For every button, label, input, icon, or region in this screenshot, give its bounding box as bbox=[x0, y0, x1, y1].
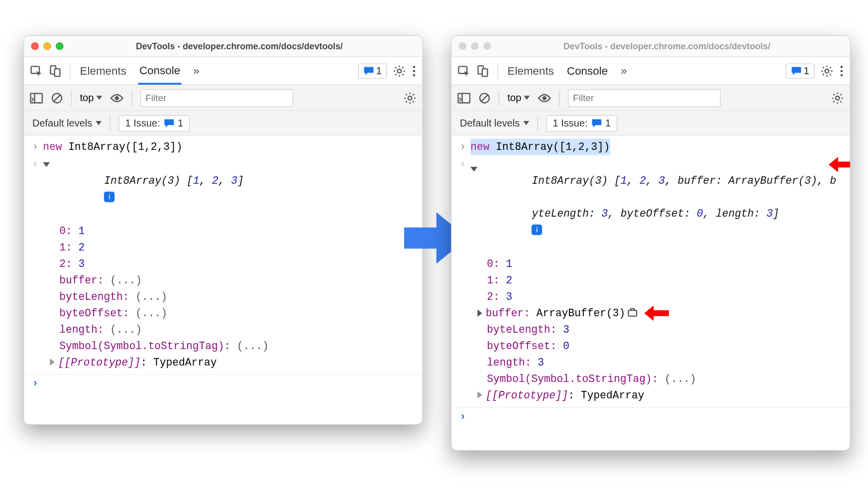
messages-badge[interactable]: 1 bbox=[785, 63, 814, 79]
tab-more[interactable]: » bbox=[620, 58, 628, 84]
property-row[interactable]: length: (...) bbox=[48, 321, 423, 338]
property-row[interactable]: Symbol(Symbol.toStringTag): (...) bbox=[48, 338, 423, 355]
property-row[interactable]: byteOffset: 0 bbox=[475, 338, 850, 355]
issues-button[interactable]: 1 Issue: 1 bbox=[118, 115, 190, 131]
property-row[interactable]: [[Prototype]]: TypedArray bbox=[48, 355, 423, 371]
svg-line-54 bbox=[833, 94, 834, 95]
console-prompt-row[interactable]: › bbox=[451, 407, 850, 426]
svg-line-38 bbox=[830, 74, 831, 75]
titlebar: DevTools - developer.chrome.com/docs/dev… bbox=[24, 36, 422, 57]
console-prompt-row[interactable]: › bbox=[24, 374, 422, 393]
live-expression-icon[interactable] bbox=[538, 93, 550, 103]
issues-button[interactable]: 1 Issue: 1 bbox=[546, 115, 617, 131]
property-row[interactable]: Symbol(Symbol.toStringTag): (...) bbox=[475, 371, 850, 387]
chevron-down-icon bbox=[523, 121, 529, 125]
svg-point-48 bbox=[542, 96, 546, 100]
tab-console[interactable]: Console bbox=[566, 58, 609, 84]
tab-elements[interactable]: Elements bbox=[506, 58, 555, 84]
property-row[interactable]: [[Prototype]]: TypedArray bbox=[475, 387, 850, 404]
memory-inspector-icon[interactable] bbox=[628, 310, 637, 317]
devtools-window-right: DevTools - developer.chrome.com/docs/dev… bbox=[451, 35, 850, 451]
console-result-row[interactable]: ‹ Int8Array(3) [1, 2, 3, buffer: ArrayBu… bbox=[451, 156, 850, 256]
svg-line-26 bbox=[413, 101, 414, 102]
svg-line-9 bbox=[402, 74, 403, 75]
svg-line-28 bbox=[413, 94, 414, 95]
console-input-row[interactable]: › new Int8Array([1,2,3]) bbox=[451, 138, 850, 155]
property-row[interactable]: byteLength: (...) bbox=[48, 288, 423, 305]
kebab-icon[interactable] bbox=[839, 64, 844, 77]
console-output: › new Int8Array([1,2,3]) ‹ Int8Array(3) … bbox=[451, 136, 850, 450]
svg-line-8 bbox=[395, 67, 396, 68]
info-icon[interactable]: i bbox=[104, 192, 114, 202]
main-toolbar: Elements Console » 1 bbox=[451, 57, 850, 85]
device-icon[interactable] bbox=[49, 64, 62, 77]
filter-input[interactable] bbox=[568, 89, 721, 107]
svg-line-40 bbox=[830, 67, 831, 68]
property-row[interactable]: 2: 3 bbox=[475, 288, 850, 305]
tab-console[interactable]: Console bbox=[138, 57, 182, 84]
clear-icon[interactable] bbox=[479, 92, 491, 104]
property-row[interactable]: 1: 2 bbox=[475, 272, 850, 288]
window-title: DevTools - developer.chrome.com/docs/dev… bbox=[491, 41, 843, 51]
messages-badge[interactable]: 1 bbox=[358, 63, 387, 79]
expand-toggle-icon[interactable] bbox=[43, 162, 50, 167]
levels-selector[interactable]: Default levels bbox=[32, 117, 102, 129]
svg-point-42 bbox=[841, 70, 843, 72]
chevron-left-icon: ‹ bbox=[27, 156, 43, 173]
svg-point-14 bbox=[413, 74, 416, 76]
svg-point-19 bbox=[114, 96, 118, 100]
property-row[interactable]: 1: 2 bbox=[48, 239, 423, 255]
property-row[interactable]: 2: 3 bbox=[48, 255, 423, 272]
traffic-lights[interactable] bbox=[459, 42, 491, 50]
console-output: › new Int8Array([1,2,3]) ‹ Int8Array(3) … bbox=[24, 136, 422, 424]
property-row[interactable]: 0: 1 bbox=[48, 223, 423, 239]
property-row[interactable]: buffer: (...) bbox=[48, 272, 423, 288]
devtools-window-left: DevTools - developer.chrome.com/docs/dev… bbox=[23, 35, 423, 425]
live-expression-icon[interactable] bbox=[110, 93, 123, 103]
context-selector[interactable]: top bbox=[80, 92, 102, 104]
console-settings-icon[interactable] bbox=[831, 91, 844, 104]
context-selector[interactable]: top bbox=[508, 92, 530, 104]
console-toolbar: top bbox=[24, 85, 422, 111]
svg-point-3 bbox=[398, 69, 402, 73]
titlebar: DevTools - developer.chrome.com/docs/dev… bbox=[451, 36, 850, 57]
svg-rect-2 bbox=[55, 68, 60, 76]
chevron-down-icon bbox=[96, 121, 102, 125]
gear-icon[interactable] bbox=[393, 64, 406, 77]
svg-line-25 bbox=[406, 94, 407, 95]
console-settings-icon[interactable] bbox=[404, 91, 417, 104]
console-filter-bar: Default levels 1 Issue: 1 bbox=[451, 111, 850, 136]
tab-more[interactable]: » bbox=[192, 58, 201, 84]
inspect-icon[interactable] bbox=[30, 64, 43, 77]
expand-icon[interactable] bbox=[50, 359, 54, 366]
filter-input[interactable] bbox=[140, 89, 293, 107]
svg-line-27 bbox=[406, 101, 407, 102]
property-row[interactable]: byteLength: 3 bbox=[475, 321, 850, 338]
svg-point-49 bbox=[836, 96, 840, 100]
property-row[interactable]: buffer: ArrayBuffer(3) bbox=[475, 305, 850, 321]
property-row[interactable]: byteOffset: (...) bbox=[48, 305, 423, 321]
console-sidebar-icon[interactable] bbox=[30, 92, 43, 104]
kebab-icon[interactable] bbox=[412, 64, 416, 77]
console-result-row[interactable]: ‹ Int8Array(3) [1, 2, 3] i bbox=[24, 156, 422, 223]
property-row[interactable]: 0: 1 bbox=[475, 255, 850, 272]
expand-icon[interactable] bbox=[477, 391, 482, 398]
tab-elements[interactable]: Elements bbox=[79, 58, 127, 84]
gear-icon[interactable] bbox=[820, 64, 833, 77]
svg-rect-31 bbox=[482, 68, 488, 76]
traffic-lights[interactable] bbox=[31, 42, 64, 50]
console-input-row[interactable]: › new Int8Array([1,2,3]) bbox=[24, 138, 422, 155]
expand-icon[interactable] bbox=[477, 310, 482, 317]
svg-line-10 bbox=[395, 74, 396, 75]
console-sidebar-icon[interactable] bbox=[457, 92, 470, 104]
expand-toggle-icon[interactable] bbox=[470, 167, 477, 171]
chevron-down-icon bbox=[96, 96, 102, 100]
inspect-icon[interactable] bbox=[457, 64, 470, 77]
property-row[interactable]: length: 3 bbox=[475, 355, 850, 371]
prompt-icon: › bbox=[27, 375, 43, 392]
info-icon[interactable]: i bbox=[532, 225, 542, 235]
svg-line-55 bbox=[841, 101, 842, 102]
device-icon[interactable] bbox=[476, 64, 489, 77]
levels-selector[interactable]: Default levels bbox=[460, 117, 529, 129]
clear-icon[interactable] bbox=[51, 92, 63, 104]
